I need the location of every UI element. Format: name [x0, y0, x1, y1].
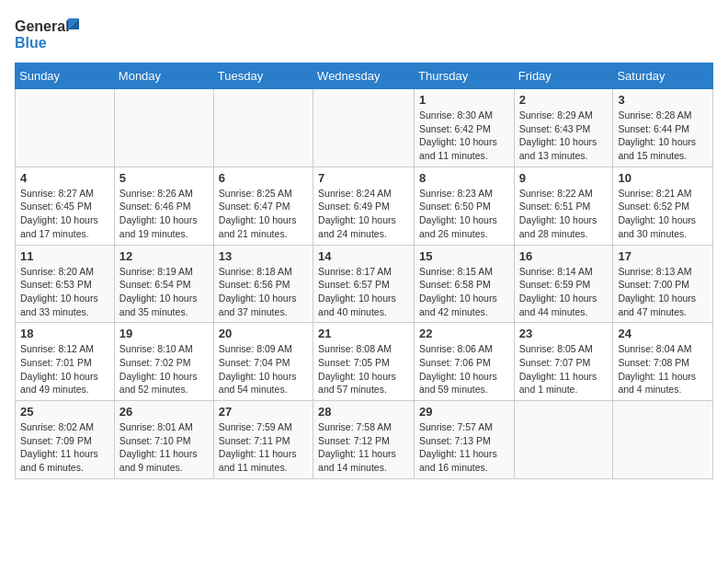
- header-saturday: Saturday: [613, 63, 713, 89]
- header-sunday: Sunday: [16, 63, 115, 89]
- day-number: 21: [318, 327, 409, 340]
- day-info: Sunrise: 8:12 AM Sunset: 7:01 PM Dayligh…: [20, 342, 109, 396]
- day-info: Sunrise: 8:18 AM Sunset: 6:56 PM Dayligh…: [219, 265, 308, 319]
- day-number: 15: [419, 249, 509, 263]
- day-info: Sunrise: 8:13 AM Sunset: 7:00 PM Dayligh…: [618, 265, 708, 319]
- day-info: Sunrise: 8:21 AM Sunset: 6:52 PM Dayligh…: [618, 187, 708, 241]
- day-info: Sunrise: 7:58 AM Sunset: 7:12 PM Dayligh…: [318, 420, 409, 475]
- calendar-cell: 5Sunrise: 8:26 AM Sunset: 6:46 PM Daylig…: [114, 167, 213, 245]
- logo: GeneralBlue: [15, 15, 88, 53]
- day-number: 13: [219, 249, 308, 263]
- day-number: 12: [119, 249, 209, 263]
- day-number: 28: [318, 405, 409, 419]
- svg-text:General: General: [15, 18, 70, 34]
- day-info: Sunrise: 8:15 AM Sunset: 6:58 PM Dayligh…: [419, 265, 509, 319]
- day-info: Sunrise: 8:14 AM Sunset: 6:59 PM Dayligh…: [519, 265, 609, 319]
- day-info: Sunrise: 8:20 AM Sunset: 6:53 PM Dayligh…: [20, 265, 109, 319]
- calendar-cell: 3Sunrise: 8:28 AM Sunset: 6:44 PM Daylig…: [613, 89, 713, 167]
- day-info: Sunrise: 8:10 AM Sunset: 7:02 PM Dayligh…: [119, 342, 209, 396]
- day-number: 19: [119, 327, 209, 340]
- calendar-cell: 2Sunrise: 8:29 AM Sunset: 6:43 PM Daylig…: [514, 89, 613, 167]
- day-info: Sunrise: 8:05 AM Sunset: 7:07 PM Dayligh…: [519, 342, 609, 396]
- header-wednesday: Wednesday: [313, 63, 415, 89]
- calendar-cell: [114, 89, 213, 167]
- day-number: 5: [119, 171, 209, 185]
- day-info: Sunrise: 8:09 AM Sunset: 7:04 PM Dayligh…: [219, 342, 308, 396]
- calendar-cell: 8Sunrise: 8:23 AM Sunset: 6:50 PM Daylig…: [415, 167, 515, 245]
- calendar-cell: 23Sunrise: 8:05 AM Sunset: 7:07 PM Dayli…: [514, 323, 613, 401]
- calendar-cell: 13Sunrise: 8:18 AM Sunset: 6:56 PM Dayli…: [213, 245, 313, 323]
- calendar-cell: 28Sunrise: 7:58 AM Sunset: 7:12 PM Dayli…: [313, 401, 415, 479]
- day-number: 26: [119, 405, 209, 419]
- day-info: Sunrise: 8:29 AM Sunset: 6:43 PM Dayligh…: [519, 109, 609, 163]
- calendar-cell: 4Sunrise: 8:27 AM Sunset: 6:45 PM Daylig…: [16, 167, 115, 245]
- day-number: 6: [219, 171, 308, 185]
- calendar-week-row: 1Sunrise: 8:30 AM Sunset: 6:42 PM Daylig…: [16, 89, 713, 167]
- day-number: 1: [419, 93, 509, 107]
- calendar-cell: 11Sunrise: 8:20 AM Sunset: 6:53 PM Dayli…: [16, 245, 115, 323]
- day-number: 11: [20, 249, 109, 263]
- calendar-cell: [213, 89, 313, 167]
- day-info: Sunrise: 8:01 AM Sunset: 7:10 PM Dayligh…: [119, 420, 209, 475]
- calendar-cell: 21Sunrise: 8:08 AM Sunset: 7:05 PM Dayli…: [313, 323, 415, 401]
- day-info: Sunrise: 8:28 AM Sunset: 6:44 PM Dayligh…: [618, 109, 708, 163]
- day-info: Sunrise: 8:25 AM Sunset: 6:47 PM Dayligh…: [219, 187, 308, 241]
- calendar-cell: 25Sunrise: 8:02 AM Sunset: 7:09 PM Dayli…: [16, 401, 115, 479]
- page-header: GeneralBlue: [15, 15, 713, 53]
- calendar-header-row: SundayMondayTuesdayWednesdayThursdayFrid…: [16, 63, 713, 89]
- calendar-week-row: 18Sunrise: 8:12 AM Sunset: 7:01 PM Dayli…: [16, 323, 713, 401]
- calendar-cell: 7Sunrise: 8:24 AM Sunset: 6:49 PM Daylig…: [313, 167, 415, 245]
- calendar-cell: [16, 89, 115, 167]
- calendar-cell: [313, 89, 415, 167]
- calendar-cell: [613, 401, 713, 479]
- day-info: Sunrise: 7:57 AM Sunset: 7:13 PM Dayligh…: [419, 420, 509, 475]
- day-info: Sunrise: 8:06 AM Sunset: 7:06 PM Dayligh…: [419, 342, 509, 396]
- day-info: Sunrise: 7:59 AM Sunset: 7:11 PM Dayligh…: [219, 420, 308, 475]
- day-number: 16: [519, 249, 609, 263]
- header-friday: Friday: [514, 63, 613, 89]
- calendar-cell: 9Sunrise: 8:22 AM Sunset: 6:51 PM Daylig…: [514, 167, 613, 245]
- calendar-week-row: 4Sunrise: 8:27 AM Sunset: 6:45 PM Daylig…: [16, 167, 713, 245]
- day-info: Sunrise: 8:30 AM Sunset: 6:42 PM Dayligh…: [419, 109, 509, 163]
- logo-svg: GeneralBlue: [15, 15, 88, 53]
- day-number: 9: [519, 171, 609, 185]
- day-number: 27: [219, 405, 308, 419]
- calendar-cell: 24Sunrise: 8:04 AM Sunset: 7:08 PM Dayli…: [613, 323, 713, 401]
- day-number: 24: [618, 327, 708, 340]
- day-info: Sunrise: 8:04 AM Sunset: 7:08 PM Dayligh…: [618, 342, 708, 396]
- day-number: 8: [419, 171, 509, 185]
- header-monday: Monday: [114, 63, 213, 89]
- header-tuesday: Tuesday: [213, 63, 313, 89]
- calendar-cell: 19Sunrise: 8:10 AM Sunset: 7:02 PM Dayli…: [114, 323, 213, 401]
- day-number: 25: [20, 405, 109, 419]
- day-info: Sunrise: 8:17 AM Sunset: 6:57 PM Dayligh…: [318, 265, 409, 319]
- calendar-cell: 14Sunrise: 8:17 AM Sunset: 6:57 PM Dayli…: [313, 245, 415, 323]
- day-info: Sunrise: 8:27 AM Sunset: 6:45 PM Dayligh…: [20, 187, 109, 241]
- calendar-cell: [514, 401, 613, 479]
- day-info: Sunrise: 8:23 AM Sunset: 6:50 PM Dayligh…: [419, 187, 509, 241]
- calendar-cell: 26Sunrise: 8:01 AM Sunset: 7:10 PM Dayli…: [114, 401, 213, 479]
- day-number: 17: [618, 249, 708, 263]
- day-number: 18: [20, 327, 109, 340]
- calendar-cell: 15Sunrise: 8:15 AM Sunset: 6:58 PM Dayli…: [415, 245, 515, 323]
- day-number: 29: [419, 405, 509, 419]
- calendar-cell: 10Sunrise: 8:21 AM Sunset: 6:52 PM Dayli…: [613, 167, 713, 245]
- calendar-week-row: 11Sunrise: 8:20 AM Sunset: 6:53 PM Dayli…: [16, 245, 713, 323]
- day-number: 2: [519, 93, 609, 107]
- calendar-cell: 16Sunrise: 8:14 AM Sunset: 6:59 PM Dayli…: [514, 245, 613, 323]
- day-number: 10: [618, 171, 708, 185]
- day-number: 22: [419, 327, 509, 340]
- day-number: 23: [519, 327, 609, 340]
- calendar-cell: 1Sunrise: 8:30 AM Sunset: 6:42 PM Daylig…: [415, 89, 515, 167]
- calendar-cell: 27Sunrise: 7:59 AM Sunset: 7:11 PM Dayli…: [213, 401, 313, 479]
- calendar-cell: 12Sunrise: 8:19 AM Sunset: 6:54 PM Dayli…: [114, 245, 213, 323]
- header-thursday: Thursday: [415, 63, 515, 89]
- day-number: 20: [219, 327, 308, 340]
- day-number: 7: [318, 171, 409, 185]
- day-info: Sunrise: 8:02 AM Sunset: 7:09 PM Dayligh…: [20, 420, 109, 475]
- day-number: 3: [618, 93, 708, 107]
- day-number: 4: [20, 171, 109, 185]
- svg-text:Blue: Blue: [15, 35, 47, 51]
- day-info: Sunrise: 8:22 AM Sunset: 6:51 PM Dayligh…: [519, 187, 609, 241]
- calendar-cell: 22Sunrise: 8:06 AM Sunset: 7:06 PM Dayli…: [415, 323, 515, 401]
